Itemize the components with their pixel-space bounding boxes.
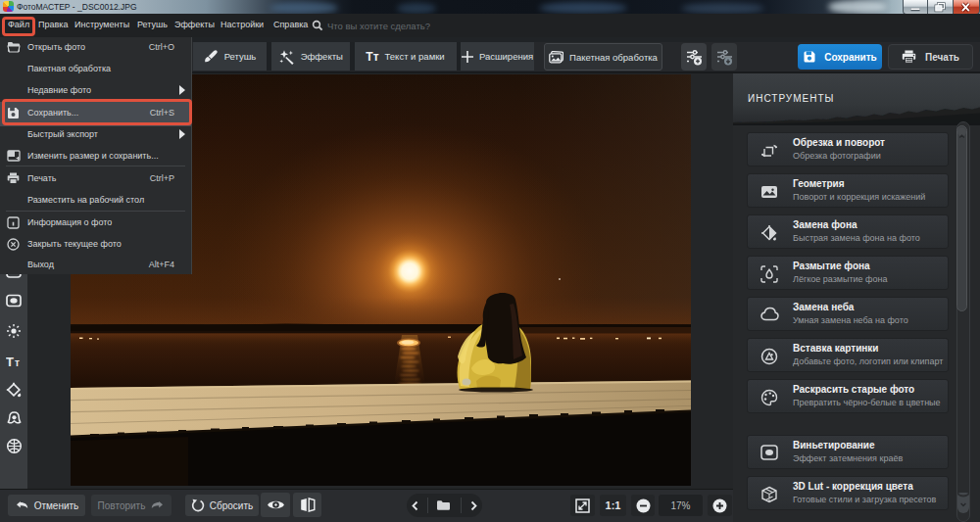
svg-text:т: т xyxy=(15,357,20,368)
svg-text:T: T xyxy=(6,355,14,369)
